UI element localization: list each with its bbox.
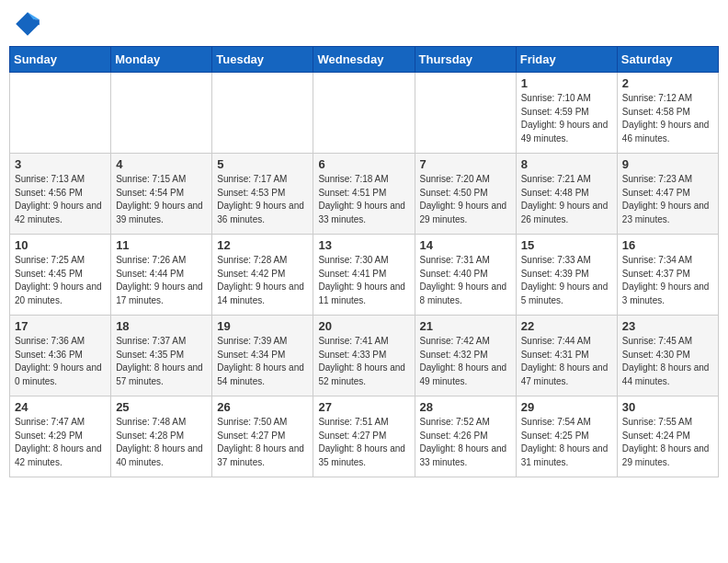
- day-info: Sunrise: 7:23 AM Sunset: 4:47 PM Dayligh…: [622, 173, 713, 226]
- calendar-cell: 2Sunrise: 7:12 AM Sunset: 4:58 PM Daylig…: [617, 73, 718, 154]
- calendar-cell: 3Sunrise: 7:13 AM Sunset: 4:56 PM Daylig…: [10, 154, 111, 235]
- calendar-cell: [415, 73, 516, 154]
- day-info: Sunrise: 7:17 AM Sunset: 4:53 PM Dayligh…: [217, 173, 308, 226]
- day-info: Sunrise: 7:50 AM Sunset: 4:27 PM Dayligh…: [217, 416, 308, 469]
- page-header: [9, 9, 719, 39]
- day-info: Sunrise: 7:44 AM Sunset: 4:31 PM Dayligh…: [521, 335, 612, 388]
- day-info: Sunrise: 7:42 AM Sunset: 4:32 PM Dayligh…: [420, 335, 511, 388]
- day-info: Sunrise: 7:48 AM Sunset: 4:28 PM Dayligh…: [116, 416, 207, 469]
- day-info: Sunrise: 7:33 AM Sunset: 4:39 PM Dayligh…: [521, 254, 612, 307]
- day-number: 3: [15, 157, 106, 171]
- day-info: Sunrise: 7:55 AM Sunset: 4:24 PM Dayligh…: [622, 416, 713, 469]
- day-number: 6: [318, 157, 409, 171]
- calendar-cell: 1Sunrise: 7:10 AM Sunset: 4:59 PM Daylig…: [516, 73, 617, 154]
- day-number: 4: [116, 157, 207, 171]
- calendar-cell: 9Sunrise: 7:23 AM Sunset: 4:47 PM Daylig…: [617, 154, 718, 235]
- calendar-cell: 22Sunrise: 7:44 AM Sunset: 4:31 PM Dayli…: [516, 316, 617, 396]
- calendar-cell: 27Sunrise: 7:51 AM Sunset: 4:27 PM Dayli…: [313, 396, 415, 477]
- calendar-cell: 13Sunrise: 7:30 AM Sunset: 4:41 PM Dayli…: [313, 235, 415, 316]
- day-number: 27: [318, 400, 409, 414]
- day-info: Sunrise: 7:31 AM Sunset: 4:40 PM Dayligh…: [420, 254, 511, 307]
- day-info: Sunrise: 7:41 AM Sunset: 4:33 PM Dayligh…: [318, 335, 409, 388]
- calendar-cell: 20Sunrise: 7:41 AM Sunset: 4:33 PM Dayli…: [313, 316, 415, 396]
- day-number: 20: [318, 319, 409, 333]
- calendar-week-row: 3Sunrise: 7:13 AM Sunset: 4:56 PM Daylig…: [10, 154, 719, 235]
- day-info: Sunrise: 7:21 AM Sunset: 4:48 PM Dayligh…: [521, 173, 612, 226]
- day-info: Sunrise: 7:26 AM Sunset: 4:44 PM Dayligh…: [116, 254, 207, 307]
- day-number: 11: [116, 238, 207, 252]
- day-number: 10: [15, 238, 106, 252]
- calendar-cell: 7Sunrise: 7:20 AM Sunset: 4:50 PM Daylig…: [415, 154, 516, 235]
- day-info: Sunrise: 7:36 AM Sunset: 4:36 PM Dayligh…: [15, 335, 106, 388]
- calendar-day-header: Thursday: [415, 47, 516, 73]
- day-info: Sunrise: 7:15 AM Sunset: 4:54 PM Dayligh…: [116, 173, 207, 226]
- calendar-cell: [111, 73, 212, 154]
- calendar-cell: [10, 73, 111, 154]
- svg-marker-0: [16, 12, 40, 36]
- day-info: Sunrise: 7:18 AM Sunset: 4:51 PM Dayligh…: [318, 173, 409, 226]
- calendar-cell: 10Sunrise: 7:25 AM Sunset: 4:45 PM Dayli…: [10, 235, 111, 316]
- day-info: Sunrise: 7:37 AM Sunset: 4:35 PM Dayligh…: [116, 335, 207, 388]
- day-number: 30: [622, 400, 713, 414]
- calendar-table: SundayMondayTuesdayWednesdayThursdayFrid…: [9, 46, 719, 477]
- day-number: 24: [15, 400, 106, 414]
- day-info: Sunrise: 7:47 AM Sunset: 4:29 PM Dayligh…: [15, 416, 106, 469]
- calendar-cell: 18Sunrise: 7:37 AM Sunset: 4:35 PM Dayli…: [111, 316, 212, 396]
- day-info: Sunrise: 7:28 AM Sunset: 4:42 PM Dayligh…: [217, 254, 308, 307]
- day-number: 26: [217, 400, 308, 414]
- day-number: 22: [521, 319, 612, 333]
- day-number: 21: [420, 319, 511, 333]
- day-number: 23: [622, 319, 713, 333]
- day-number: 2: [622, 76, 713, 90]
- day-number: 7: [420, 157, 511, 171]
- day-number: 25: [116, 400, 207, 414]
- calendar-cell: 16Sunrise: 7:34 AM Sunset: 4:37 PM Dayli…: [617, 235, 718, 316]
- day-number: 16: [622, 238, 713, 252]
- calendar-cell: 19Sunrise: 7:39 AM Sunset: 4:34 PM Dayli…: [212, 316, 313, 396]
- day-number: 28: [420, 400, 511, 414]
- calendar-day-header: Saturday: [617, 47, 718, 73]
- day-number: 18: [116, 319, 207, 333]
- calendar-cell: [212, 73, 313, 154]
- logo-icon: [13, 9, 42, 39]
- calendar-cell: 11Sunrise: 7:26 AM Sunset: 4:44 PM Dayli…: [111, 235, 212, 316]
- day-number: 12: [217, 238, 308, 252]
- logo: [13, 9, 46, 39]
- day-number: 17: [15, 319, 106, 333]
- calendar-week-row: 10Sunrise: 7:25 AM Sunset: 4:45 PM Dayli…: [10, 235, 719, 316]
- calendar-cell: 14Sunrise: 7:31 AM Sunset: 4:40 PM Dayli…: [415, 235, 516, 316]
- calendar-cell: 25Sunrise: 7:48 AM Sunset: 4:28 PM Dayli…: [111, 396, 212, 477]
- calendar-day-header: Friday: [516, 47, 617, 73]
- day-number: 13: [318, 238, 409, 252]
- day-number: 19: [217, 319, 308, 333]
- calendar-cell: 26Sunrise: 7:50 AM Sunset: 4:27 PM Dayli…: [212, 396, 313, 477]
- calendar-cell: 29Sunrise: 7:54 AM Sunset: 4:25 PM Dayli…: [516, 396, 617, 477]
- calendar-cell: 12Sunrise: 7:28 AM Sunset: 4:42 PM Dayli…: [212, 235, 313, 316]
- calendar-day-header: Monday: [111, 47, 212, 73]
- calendar-day-header: Wednesday: [313, 47, 415, 73]
- day-info: Sunrise: 7:13 AM Sunset: 4:56 PM Dayligh…: [15, 173, 106, 226]
- day-info: Sunrise: 7:54 AM Sunset: 4:25 PM Dayligh…: [521, 416, 612, 469]
- calendar-day-header: Sunday: [10, 47, 111, 73]
- calendar-cell: 15Sunrise: 7:33 AM Sunset: 4:39 PM Dayli…: [516, 235, 617, 316]
- calendar-cell: 6Sunrise: 7:18 AM Sunset: 4:51 PM Daylig…: [313, 154, 415, 235]
- calendar-cell: 28Sunrise: 7:52 AM Sunset: 4:26 PM Dayli…: [415, 396, 516, 477]
- day-info: Sunrise: 7:25 AM Sunset: 4:45 PM Dayligh…: [15, 254, 106, 307]
- day-info: Sunrise: 7:52 AM Sunset: 4:26 PM Dayligh…: [420, 416, 511, 469]
- calendar-cell: 17Sunrise: 7:36 AM Sunset: 4:36 PM Dayli…: [10, 316, 111, 396]
- calendar-week-row: 17Sunrise: 7:36 AM Sunset: 4:36 PM Dayli…: [10, 316, 719, 396]
- day-number: 15: [521, 238, 612, 252]
- day-info: Sunrise: 7:51 AM Sunset: 4:27 PM Dayligh…: [318, 416, 409, 469]
- day-number: 29: [521, 400, 612, 414]
- calendar-cell: 4Sunrise: 7:15 AM Sunset: 4:54 PM Daylig…: [111, 154, 212, 235]
- day-number: 1: [521, 76, 612, 90]
- day-info: Sunrise: 7:20 AM Sunset: 4:50 PM Dayligh…: [420, 173, 511, 226]
- day-info: Sunrise: 7:39 AM Sunset: 4:34 PM Dayligh…: [217, 335, 308, 388]
- day-info: Sunrise: 7:45 AM Sunset: 4:30 PM Dayligh…: [622, 335, 713, 388]
- calendar-cell: 30Sunrise: 7:55 AM Sunset: 4:24 PM Dayli…: [617, 396, 718, 477]
- calendar-cell: [313, 73, 415, 154]
- calendar-cell: 21Sunrise: 7:42 AM Sunset: 4:32 PM Dayli…: [415, 316, 516, 396]
- calendar-day-header: Tuesday: [212, 47, 313, 73]
- calendar-cell: 23Sunrise: 7:45 AM Sunset: 4:30 PM Dayli…: [617, 316, 718, 396]
- calendar-cell: 8Sunrise: 7:21 AM Sunset: 4:48 PM Daylig…: [516, 154, 617, 235]
